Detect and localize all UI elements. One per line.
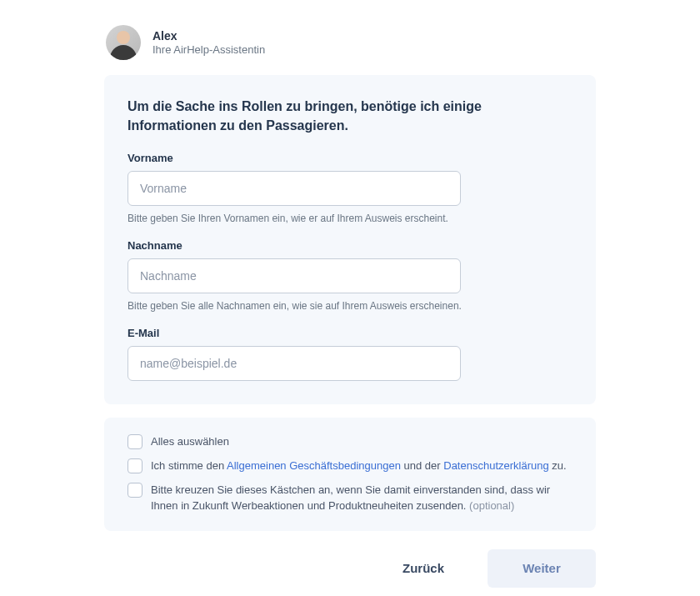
first-name-hint: Bitte geben Sie Ihren Vornamen ein, wie …: [128, 213, 572, 224]
back-button[interactable]: Zurück: [369, 549, 478, 588]
first-name-input[interactable]: [128, 171, 461, 206]
terms-prefix: Ich stimme den: [151, 459, 227, 472]
marketing-row: Bitte kreuzen Sie dieses Kästchen an, we…: [128, 483, 572, 514]
consent-card: Alles auswählen Ich stimme den Allgemein…: [104, 418, 596, 530]
select-all-label: Alles auswählen: [151, 434, 572, 450]
last-name-label: Nachname: [128, 239, 572, 252]
terms-middle: und der: [401, 459, 443, 472]
assistant-subtitle: Ihre AirHelp-Assistentin: [152, 43, 265, 56]
terms-link[interactable]: Allgemeinen Geschäftsbedingungen: [227, 459, 401, 472]
first-name-group: Vorname Bitte geben Sie Ihren Vornamen e…: [128, 152, 572, 224]
marketing-label: Bitte kreuzen Sie dieses Kästchen an, we…: [151, 483, 572, 514]
first-name-label: Vorname: [128, 152, 572, 164]
select-all-checkbox[interactable]: [128, 434, 142, 449]
form-intro: Um die Sache ins Rollen zu bringen, benö…: [128, 97, 572, 135]
email-group: E-Mail: [128, 327, 572, 381]
email-input[interactable]: [128, 346, 461, 381]
form-card: Um die Sache ins Rollen zu bringen, benö…: [104, 75, 596, 404]
last-name-hint: Bitte geben Sie alle Nachnamen ein, wie …: [128, 300, 572, 312]
button-row: Zurück Weiter: [104, 549, 596, 588]
terms-suffix: zu.: [549, 459, 567, 472]
terms-checkbox[interactable]: [128, 458, 142, 473]
marketing-checkbox[interactable]: [128, 483, 142, 498]
terms-row: Ich stimme den Allgemeinen Geschäftsbedi…: [128, 458, 572, 474]
email-label: E-Mail: [128, 327, 572, 339]
assistant-header: Alex Ihre AirHelp-Assistentin: [104, 25, 596, 60]
assistant-name: Alex: [152, 29, 265, 43]
last-name-input[interactable]: [128, 258, 461, 293]
privacy-link[interactable]: Datenschutzerklärung: [443, 459, 548, 472]
last-name-group: Nachname Bitte geben Sie alle Nachnamen …: [128, 239, 572, 312]
marketing-optional: (optional): [469, 499, 514, 512]
avatar: [106, 25, 141, 60]
select-all-row: Alles auswählen: [128, 434, 572, 450]
terms-label: Ich stimme den Allgemeinen Geschäftsbedi…: [151, 458, 572, 474]
next-button[interactable]: Weiter: [488, 549, 596, 588]
